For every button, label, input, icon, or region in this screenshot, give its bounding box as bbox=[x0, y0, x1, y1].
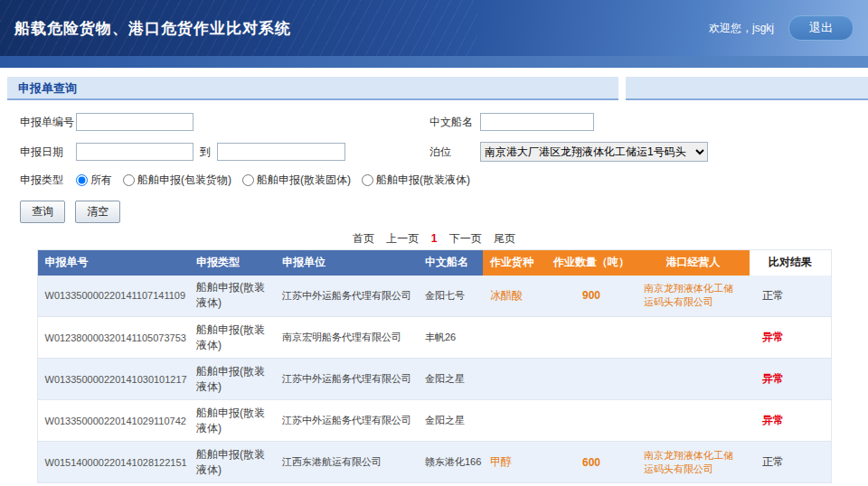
table-header-row: 申报单号 申报类型 申报单位 中文船名 作业货种 作业数量（吨） 港口经营人 比… bbox=[37, 250, 831, 276]
decl-type-label: 申报类型 bbox=[20, 173, 76, 188]
cell-declaration-no: W013350000220141107141109 bbox=[37, 276, 189, 317]
cell-ship-name: 金阳之星 bbox=[418, 359, 483, 400]
app-title: 船载危险货物、港口危货作业比对系统 bbox=[14, 18, 291, 39]
date-from-input[interactable] bbox=[76, 143, 193, 161]
results-table: 申报单号 申报类型 申报单位 中文船名 作业货种 作业数量（吨） 港口经营人 比… bbox=[37, 249, 832, 483]
table-row: W015140000220141028122151 船舶申报(散装液体) 江西东… bbox=[37, 442, 831, 483]
decl-type-option-label: 船舶申报(散装液体) bbox=[376, 173, 470, 188]
table-row: W013350000220141029110742 船舶申报(散装液体) 江苏中… bbox=[37, 400, 831, 442]
cell-cargo bbox=[483, 317, 546, 359]
cell-declaration-no: W013350000220141029110742 bbox=[37, 400, 189, 442]
ship-name-input[interactable] bbox=[480, 113, 594, 131]
table-row: W012380000320141105073753 船舶申报(散装液体) 南京宏… bbox=[37, 317, 831, 359]
cell-company: 江苏中外运船务代理有限公司 bbox=[275, 359, 418, 400]
cell-quantity: 600 bbox=[546, 442, 637, 483]
page-last-link[interactable]: 尾页 bbox=[494, 232, 515, 245]
berth-label: 泊位 bbox=[429, 145, 480, 160]
cell-port-operator: 南京龙翔液体化工储运码头有限公司 bbox=[637, 276, 750, 317]
cell-quantity bbox=[546, 359, 637, 400]
cell-port-operator bbox=[637, 359, 750, 400]
cell-company: 南京宏明船务代理有限公司 bbox=[275, 317, 418, 359]
col-header-qty: 作业数量（吨） bbox=[546, 250, 637, 276]
table-row: W013350000220141030101217 船舶申报(散装液体) 江苏中… bbox=[37, 359, 831, 400]
banner-strip bbox=[0, 56, 868, 68]
decl-type-option-label: 船舶申报(散装固体) bbox=[257, 173, 351, 188]
decl-type-radio[interactable] bbox=[362, 174, 373, 186]
app-header: 船载危险货物、港口危货作业比对系统 欢迎您，jsgkj 退出 bbox=[0, 0, 868, 56]
cell-compare-result: 正常 bbox=[750, 442, 831, 483]
decl-type-radio[interactable] bbox=[242, 174, 254, 186]
page-prev-link[interactable]: 上一页 bbox=[386, 232, 419, 245]
page-first-link[interactable]: 首页 bbox=[353, 232, 374, 245]
clear-button[interactable]: 清空 bbox=[75, 201, 120, 223]
cell-declaration-no: W013350000220141030101217 bbox=[37, 359, 189, 400]
decl-type-option-bulk-solid[interactable]: 船舶申报(散装固体) bbox=[242, 173, 351, 188]
col-header-operator: 港口经营人 bbox=[637, 250, 750, 276]
col-header-type: 申报类型 bbox=[189, 250, 275, 276]
decl-type-option-bulk-liquid[interactable]: 船舶申报(散装液体) bbox=[362, 173, 470, 188]
decl-type-option-packaged[interactable]: 船舶申报(包装货物) bbox=[123, 173, 231, 188]
query-button[interactable]: 查询 bbox=[20, 201, 65, 223]
date-to-label: 到 bbox=[200, 145, 211, 160]
decl-type-option-label: 所有 bbox=[90, 173, 112, 188]
query-form: 申报单编号 中文船名 申报日期 到 泊位 南京港大厂港区龙翔液体化工储运1号码头… bbox=[0, 100, 868, 223]
cell-cargo: 冰醋酸 bbox=[483, 276, 546, 317]
date-label: 申报日期 bbox=[20, 145, 76, 160]
cell-company: 江苏中外运船务代理有限公司 bbox=[275, 276, 418, 317]
cell-company: 江苏中外运船务代理有限公司 bbox=[275, 400, 418, 442]
logout-button[interactable]: 退出 bbox=[788, 15, 854, 41]
table-row: W013350000220141107141109 船舶申报(散装液体) 江苏中… bbox=[37, 276, 831, 317]
cell-compare-result: 异常 bbox=[750, 317, 831, 359]
cell-declaration-no: W015140000220141028122151 bbox=[37, 442, 189, 483]
section-bar-right bbox=[626, 77, 868, 100]
header-right-area: 欢迎您，jsgkj 退出 bbox=[709, 15, 854, 41]
decl-type-radio[interactable] bbox=[123, 174, 135, 186]
date-to-input[interactable] bbox=[217, 143, 345, 161]
cell-cargo bbox=[483, 359, 546, 400]
ship-name-label: 中文船名 bbox=[429, 115, 480, 130]
cell-port-operator bbox=[637, 317, 750, 359]
cell-declaration-type: 船舶申报(散装液体) bbox=[189, 400, 275, 442]
cell-declaration-type: 船舶申报(散装液体) bbox=[189, 442, 275, 483]
cell-compare-result: 正常 bbox=[750, 276, 831, 317]
col-header-ship: 中文船名 bbox=[418, 250, 483, 276]
cell-cargo: 甲醇 bbox=[483, 442, 546, 483]
section-title: 申报单查询 bbox=[7, 77, 618, 100]
cell-declaration-no: W012380000320141105073753 bbox=[37, 317, 189, 359]
welcome-text: 欢迎您，jsgkj bbox=[709, 21, 774, 36]
pagination: 首页 上一页 1 下一页 尾页 bbox=[37, 231, 831, 247]
cell-ship-name: 丰帆26 bbox=[418, 317, 483, 359]
decl-type-option-all[interactable]: 所有 bbox=[76, 173, 112, 188]
cell-declaration-type: 船舶申报(散装液体) bbox=[189, 359, 275, 400]
decl-no-label: 申报单编号 bbox=[20, 115, 76, 130]
cell-quantity bbox=[546, 400, 637, 442]
cell-declaration-type: 船舶申报(散装液体) bbox=[189, 276, 275, 317]
decl-no-input[interactable] bbox=[76, 113, 193, 131]
cell-compare-result: 异常 bbox=[750, 359, 831, 400]
cell-quantity: 900 bbox=[546, 276, 637, 317]
decl-type-option-label: 船舶申报(包装货物) bbox=[137, 173, 231, 188]
cell-declaration-type: 船舶申报(散装液体) bbox=[189, 317, 275, 359]
page-current: 1 bbox=[431, 232, 438, 245]
cell-port-operator: 南京龙翔液体化工储运码头有限公司 bbox=[637, 442, 750, 483]
cell-cargo bbox=[483, 400, 546, 442]
cell-compare-result: 异常 bbox=[750, 400, 831, 442]
col-header-no: 申报单号 bbox=[37, 250, 189, 276]
col-header-company: 申报单位 bbox=[275, 250, 418, 276]
section-bar: 申报单查询 bbox=[0, 77, 868, 100]
page-next-link[interactable]: 下一页 bbox=[449, 232, 482, 245]
cell-ship-name: 金阳七号 bbox=[418, 276, 483, 317]
cell-quantity bbox=[546, 317, 637, 359]
cell-ship-name: 金阳之星 bbox=[418, 400, 483, 442]
cell-company: 江西东港航运有限公司 bbox=[275, 442, 418, 483]
cell-port-operator bbox=[637, 400, 750, 442]
col-header-cargo: 作业货种 bbox=[483, 250, 546, 276]
berth-select[interactable]: 南京港大厂港区龙翔液体化工储运1号码头 bbox=[480, 142, 708, 162]
col-header-result: 比对结果 bbox=[750, 250, 831, 276]
decl-type-radio[interactable] bbox=[76, 174, 88, 186]
cell-ship-name: 赣东港化166 bbox=[418, 442, 483, 483]
